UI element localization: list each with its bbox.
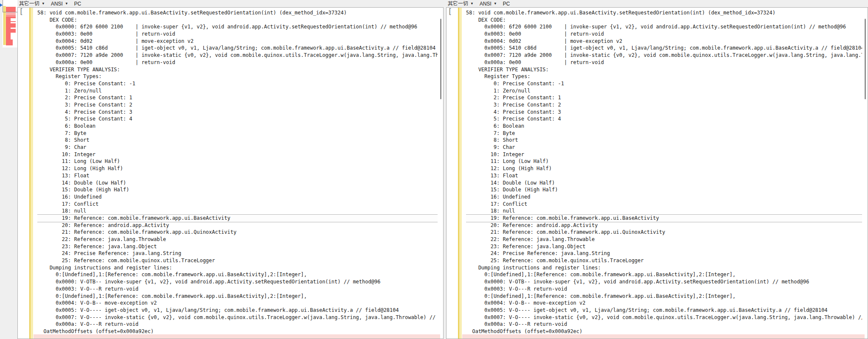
- code-line[interactable]: 0x0003: 0e00 | return-void: [466, 31, 862, 38]
- code-line[interactable]: 13: Float: [466, 172, 862, 179]
- code-line[interactable]: 0x000a: V-O---R return-void: [466, 321, 862, 328]
- code-line[interactable]: 8: Short: [37, 137, 438, 144]
- code-line[interactable]: 0:[Undefined],1:[Reference: com.mobile.f…: [466, 271, 862, 278]
- code-line[interactable]: 13: Float: [37, 172, 438, 179]
- code-line[interactable]: 21: Reference: com.mobile.framework.app.…: [37, 229, 438, 236]
- code-line[interactable]: 0x0005: 5410 c86d | iget-object v0, v1, …: [37, 45, 438, 52]
- code-line[interactable]: 0: Precise Constant: -1: [37, 80, 438, 87]
- diff-minimap[interactable]: [3, 0, 18, 48]
- code-line[interactable]: 23: Reference: java.lang.Object: [37, 243, 438, 250]
- code-line[interactable]: 8: Short: [466, 137, 862, 144]
- code-line[interactable]: 0: Precise Constant: -1: [466, 80, 862, 87]
- code-line[interactable]: 0x0000: 6f20 6000 2100 | invoke-super {v…: [466, 23, 862, 31]
- code-line[interactable]: 58: void com.mobile.framework.app.ui.Bas…: [466, 9, 862, 17]
- code-line[interactable]: 22: Reference: java.lang.Throwable: [466, 236, 862, 243]
- code-line[interactable]: 15: Double (High Half): [37, 186, 438, 193]
- code-line[interactable]: 6: Boolean: [37, 123, 438, 130]
- code-line[interactable]: 15: Double (High Half): [466, 186, 862, 193]
- current-line[interactable]: 19: Reference: com.mobile.framework.app.…: [466, 215, 862, 222]
- code-line[interactable]: 25: Reference: com.mobile.quinox.utils.T…: [466, 257, 862, 264]
- code-line[interactable]: 10: Integer: [37, 151, 438, 158]
- code-line[interactable]: 4: Precise Constant: 3: [37, 109, 438, 116]
- left-code-text[interactable]: 58: void com.mobile.framework.app.ui.Bas…: [37, 9, 438, 339]
- left-scrollbar-thumb[interactable]: [440, 19, 441, 99]
- code-line[interactable]: 18: null: [37, 207, 438, 215]
- code-line[interactable]: 2: Precise Constant: 1: [466, 94, 862, 101]
- code-line[interactable]: 0x0004: 0d02 | move-exception v2: [37, 38, 438, 45]
- code-line[interactable]: 17: Conflict: [466, 201, 862, 208]
- code-line[interactable]: Register Types:: [466, 73, 862, 80]
- code-line[interactable]: 2: Precise Constant: 1: [37, 94, 438, 101]
- code-line[interactable]: 0:[Undefined],1:[Reference: com.mobile.f…: [37, 293, 438, 300]
- code-line[interactable]: DEX CODE:: [37, 17, 438, 24]
- code-line[interactable]: 12: Long (High Half): [466, 165, 862, 172]
- line-ending-dropdown[interactable]: PC: [503, 1, 510, 7]
- code-line[interactable]: 58: void com.mobile.framework.app.ui.Bas…: [37, 9, 438, 17]
- code-line[interactable]: 0x0007: 7120 a9de 2000 | invoke-static {…: [466, 52, 862, 59]
- fold-bracket-marker[interactable]: [: [19, 8, 23, 15]
- code-line[interactable]: 18: null: [466, 207, 862, 215]
- left-vertical-scrollbar[interactable]: [439, 8, 442, 339]
- code-line[interactable]: 7: Byte: [37, 130, 438, 137]
- code-line[interactable]: 0x0000: 6f20 6000 2100 | invoke-super {v…: [37, 23, 438, 31]
- code-line[interactable]: 22: Reference: java.lang.Throwable: [37, 236, 438, 243]
- code-line[interactable]: 0x0000: V-OTB-- invoke-super {v1, v2}, v…: [466, 278, 862, 286]
- code-line[interactable]: 20: Reference: android.app.Activity: [466, 222, 862, 229]
- code-line[interactable]: VERIFIER TYPE ANALYSIS:: [466, 66, 862, 73]
- code-line[interactable]: 4: Precise Constant: 3: [466, 109, 862, 116]
- code-line[interactable]: 5: Precise Constant: 4: [37, 115, 438, 123]
- code-line[interactable]: 0:[Undefined],1:[Reference: com.mobile.f…: [37, 271, 438, 278]
- code-line[interactable]: 24: Precise Reference: java.lang.String: [466, 250, 862, 257]
- code-line[interactable]: 0:[Undefined],1:[Reference: com.mobile.f…: [466, 293, 862, 300]
- left-pane-editor[interactable]: [ 58: void com.mobile.framework.app.ui.B…: [17, 7, 444, 339]
- encoding-dropdown[interactable]: ANSI ▼: [51, 1, 68, 7]
- code-line[interactable]: 14: Double (Low Half): [37, 179, 438, 187]
- code-line[interactable]: 25: Reference: com.mobile.quinox.utils.T…: [37, 257, 438, 264]
- line-ending-dropdown[interactable]: PC: [74, 1, 81, 7]
- fold-bracket-marker[interactable]: [: [448, 8, 452, 15]
- code-line[interactable]: 1: Zero/null: [466, 87, 862, 95]
- current-line[interactable]: 19: Reference: com.mobile.framework.app.…: [37, 215, 438, 222]
- minimap-viewport-indicator[interactable]: [3, 0, 18, 12]
- format-dropdown[interactable]: 其它一切 ▼: [448, 0, 474, 7]
- code-line[interactable]: Register Types:: [37, 73, 438, 80]
- code-line[interactable]: 17: Conflict: [37, 201, 438, 208]
- code-line[interactable]: 5: Precise Constant: 4: [466, 115, 862, 123]
- code-line[interactable]: 0x0003: V-O---R return-void: [466, 286, 862, 293]
- code-line[interactable]: 0x0007: 7120 a9de 2000 | invoke-static {…: [37, 52, 438, 59]
- code-line[interactable]: 6: Boolean: [466, 123, 862, 130]
- encoding-dropdown[interactable]: ANSI ▼: [480, 1, 497, 7]
- code-line[interactable]: 12: Long (High Half): [37, 165, 438, 172]
- right-pane-editor[interactable]: [ 58: void com.mobile.framework.app.ui.B…: [446, 7, 868, 339]
- right-scrollbar-thumb[interactable]: [865, 19, 866, 99]
- code-line[interactable]: 11: Long (Low Half): [37, 158, 438, 165]
- code-line[interactable]: 16: Undefined: [466, 193, 862, 201]
- code-line[interactable]: 10: Integer: [466, 151, 862, 158]
- code-line[interactable]: 0x0004: V-O-B-- move-exception v2: [466, 300, 862, 307]
- code-line[interactable]: 1: Zero/null: [37, 87, 438, 95]
- code-line[interactable]: 0x0007: V-O---- invoke-static {v0, v2}, …: [37, 314, 438, 321]
- code-line[interactable]: 0x0003: V-O---R return-void: [37, 286, 438, 293]
- format-dropdown[interactable]: 其它一切 ▼: [19, 0, 45, 7]
- code-line[interactable]: 16: Undefined: [37, 193, 438, 201]
- code-line[interactable]: 0x0005: V-O---- iget-object v0, v1, Ljav…: [466, 307, 862, 314]
- code-line[interactable]: 0x0005: V-O---- iget-object v0, v1, Ljav…: [37, 307, 438, 314]
- code-line[interactable]: 20: Reference: android.app.Activity: [37, 222, 438, 229]
- code-line[interactable]: 0x000a: 0e00 | return-void: [37, 59, 438, 66]
- code-line[interactable]: Dumping instructions and register lines:: [37, 264, 438, 272]
- code-line[interactable]: 11: Long (Low Half): [466, 158, 862, 165]
- code-line[interactable]: 0x0007: V-O---- invoke-static {v0, v2}, …: [466, 314, 862, 321]
- code-line[interactable]: 0x0003: 0e00 | return-void: [37, 31, 438, 38]
- right-vertical-scrollbar[interactable]: [863, 8, 867, 339]
- code-line[interactable]: 0x000a: V-O---R return-void: [37, 321, 438, 328]
- code-line[interactable]: 23: Reference: java.lang.Object: [466, 243, 862, 250]
- code-line[interactable]: 0x0004: 0d02 | move-exception v2: [466, 38, 862, 45]
- code-line[interactable]: 9: Char: [37, 144, 438, 151]
- code-line[interactable]: 0x0000: V-OTB-- invoke-super {v1, v2}, v…: [37, 278, 438, 286]
- code-line[interactable]: Dumping instructions and register lines:: [466, 264, 862, 272]
- code-line[interactable]: 0x0005: 5410 c86d | iget-object v0, v1, …: [466, 45, 862, 52]
- code-line[interactable]: 9: Char: [466, 144, 862, 151]
- code-line[interactable]: 7: Byte: [466, 130, 862, 137]
- code-line[interactable]: 21: Reference: com.mobile.framework.app.…: [466, 229, 862, 236]
- code-line[interactable]: 24: Precise Reference: java.lang.String: [37, 250, 438, 257]
